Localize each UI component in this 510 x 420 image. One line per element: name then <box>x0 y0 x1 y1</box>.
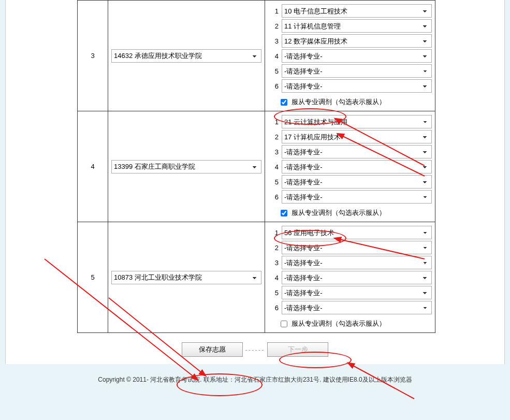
school-cell: 10873 河北工业职业技术学院 <box>108 222 265 333</box>
school-select[interactable]: 13399 石家庄工商职业学院 <box>111 160 261 173</box>
major-index: 3 <box>268 259 279 267</box>
major-index: 4 <box>268 52 279 60</box>
major-select-2[interactable]: -请选择专业- <box>282 241 432 254</box>
save-button[interactable]: 保存志愿 <box>182 342 243 357</box>
major-index: 3 <box>268 37 279 45</box>
adjust-checkbox[interactable] <box>281 210 287 216</box>
major-select-2[interactable]: 11 计算机信息管理 <box>282 19 432 33</box>
major-select-1[interactable]: 10 电子信息工程技术 <box>282 4 432 18</box>
majors-cell: 110 电子信息工程技术 211 计算机信息管理 312 数字媒体应用技术 4-… <box>265 1 435 111</box>
majors-cell: 156 应用电子技术 2-请选择专业- 3-请选择专业- 4-请选择专业- 5-… <box>265 222 435 333</box>
major-select-5[interactable]: -请选择专业- <box>282 286 432 299</box>
major-index: 1 <box>268 229 279 237</box>
major-index: 6 <box>268 82 279 90</box>
majors-cell: 121 云计算技术与应用 217 计算机应用技术 3-请选择专业- 4-请选择专… <box>265 111 435 222</box>
major-select-6[interactable]: -请选择专业- <box>282 190 432 204</box>
major-select-4[interactable]: -请选择专业- <box>282 271 432 284</box>
adjust-row: 服从专业调剂（勾选表示服从） <box>268 316 432 330</box>
adjust-checkbox[interactable] <box>281 99 287 106</box>
major-select-4[interactable]: -请选择专业- <box>282 49 432 63</box>
major-select-3[interactable]: 12 数字媒体应用技术 <box>282 34 432 48</box>
school-cell: 13399 石家庄工商职业学院 <box>108 111 265 222</box>
table-row: 3 14632 承德应用技术职业学院 110 电子信息工程技术 211 计算机信… <box>78 1 435 111</box>
row-number: 4 <box>78 111 108 222</box>
adjust-label: 服从专业调剂（勾选表示服从） <box>292 320 386 327</box>
major-index: 5 <box>268 178 279 186</box>
major-select-2[interactable]: 17 计算机应用技术 <box>282 130 432 143</box>
major-index: 3 <box>268 148 279 156</box>
adjust-row: 服从专业调剂（勾选表示服从） <box>268 94 432 109</box>
major-index: 1 <box>268 118 279 126</box>
major-select-1[interactable]: 21 云计算技术与应用 <box>282 115 432 128</box>
major-select-6[interactable]: -请选择专业- <box>282 301 432 314</box>
major-select-1[interactable]: 56 应用电子技术 <box>282 226 432 239</box>
table-row: 5 10873 河北工业职业技术学院 156 应用电子技术 2-请选择专业- 3… <box>78 222 435 333</box>
major-index: 5 <box>268 67 279 75</box>
major-index: 5 <box>268 289 279 297</box>
adjust-label: 服从专业调剂（勾选表示服从） <box>292 98 386 106</box>
next-button[interactable]: 下一步 <box>267 342 328 357</box>
major-index: 6 <box>268 193 279 201</box>
major-select-5[interactable]: -请选择专业- <box>282 175 432 189</box>
major-index: 2 <box>268 133 279 141</box>
major-index: 1 <box>268 7 279 15</box>
separator: ------ <box>245 346 266 354</box>
major-select-4[interactable]: -请选择专业- <box>282 160 432 173</box>
footer-text: Copyright © 2011- 河北省教育考试院. 联系地址：河北省石家庄市… <box>0 364 510 389</box>
major-index: 4 <box>268 274 279 282</box>
major-select-3[interactable]: -请选择专业- <box>282 145 432 158</box>
school-select[interactable]: 14632 承德应用技术职业学院 <box>111 49 261 63</box>
school-cell: 14632 承德应用技术职业学院 <box>108 1 265 111</box>
table-row: 4 13399 石家庄工商职业学院 121 云计算技术与应用 217 计算机应用… <box>78 111 435 222</box>
adjust-label: 服从专业调剂（勾选表示服从） <box>292 209 386 216</box>
major-index: 6 <box>268 304 279 312</box>
school-select[interactable]: 10873 河北工业职业技术学院 <box>111 271 261 284</box>
major-select-6[interactable]: -请选择专业- <box>282 79 432 93</box>
row-number: 5 <box>78 222 108 333</box>
major-select-3[interactable]: -请选择专业- <box>282 256 432 269</box>
major-index: 4 <box>268 163 279 171</box>
row-number: 3 <box>78 1 108 111</box>
major-select-5[interactable]: -请选择专业- <box>282 64 432 78</box>
adjust-checkbox[interactable] <box>281 321 287 327</box>
preference-table: 3 14632 承德应用技术职业学院 110 电子信息工程技术 211 计算机信… <box>77 0 435 333</box>
major-index: 2 <box>268 244 279 252</box>
adjust-row: 服从专业调剂（勾选表示服从） <box>268 205 432 220</box>
button-bar: 保存志愿 ------ 下一步 <box>6 333 504 364</box>
major-index: 2 <box>268 22 279 30</box>
